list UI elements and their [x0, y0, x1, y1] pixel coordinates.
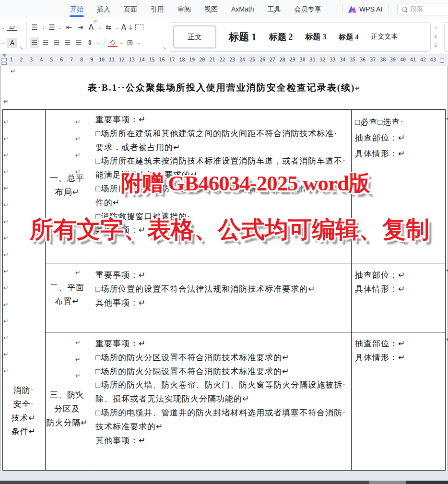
justify-icon[interactable]: ☰ [63, 37, 72, 48]
title-text: 表·B.1··公众聚集场所投入使用营业消防安全检查记录表(续) [88, 83, 355, 93]
wps-ai-button[interactable]: WPS AI [348, 0, 382, 18]
decrease-indent-icon[interactable]: ⇤ [64, 22, 74, 33]
text-frame-icon[interactable] [135, 22, 144, 33]
table-row3-content[interactable]: 重要事项：↵□场所的防火分区设置不符合消防技术标准要求的↵□场所的防火分隔设置不… [95, 337, 346, 448]
tab-home[interactable]: 开始 [63, 0, 90, 18]
bottom-scrollbar[interactable] [0, 481, 448, 484]
borders-icon[interactable]: ⊞ [125, 37, 135, 48]
ruler-number: 17 [167, 56, 177, 64]
ruler-number: 41 [408, 56, 418, 64]
chevron-down-icon[interactable]: ⌄ [96, 37, 101, 48]
table-text-line: □场所的防火分区设置不符合消防技术标准要求的↵ [95, 351, 346, 365]
ruler-number: 34 [338, 56, 348, 64]
table-row2-content[interactable]: 重要事项：↵□场所位置的设置不符合法律法规和消防技术标准要求的↵其他事项：↵ [95, 269, 316, 310]
ruler-number: 11 [106, 56, 117, 64]
align-right-icon[interactable]: ☰ [52, 37, 61, 48]
two-way-arrows-icon[interactable]: ⇆ [104, 22, 113, 33]
first-line-indent-marker[interactable] [1, 54, 7, 57]
ruler-number: 16 [157, 56, 167, 64]
watermark-line-2: 所有文字、表格、公式均可编辑、复制 [30, 214, 429, 246]
table-text-line: □场所的防火墙、防火卷帘、防火门、防火窗等防火分隔设施被拆· [95, 378, 346, 392]
ruler-number: 9 [87, 56, 97, 64]
table-row1-right[interactable]: □必查□选查·抽查部位：↵具体情形：↵ [355, 114, 405, 162]
tab-axmath[interactable]: AxMath [224, 0, 260, 18]
line-spacing-icon[interactable]: ⇕ [85, 37, 94, 48]
table-text-line: □场所所在建筑和其他建筑之间的防火间距不符合消防技术标准· [95, 127, 346, 141]
ruler-number: 36 [358, 56, 368, 64]
bullet-list-icon[interactable]: ☰ [30, 22, 39, 33]
align-center-icon[interactable]: ☰ [41, 37, 50, 48]
chevron-down-icon[interactable]: ⌄ [115, 22, 119, 33]
ruler-number: 5 [47, 56, 57, 64]
chevron-down-icon[interactable]: ⌄ [1, 37, 6, 48]
menubar-separator [342, 4, 343, 14]
gallery-scroll-down-icon[interactable]: ∨ [434, 35, 437, 39]
tab-tools[interactable]: 工具 [260, 0, 287, 18]
gallery-scroll-up-icon[interactable]: ∧ [434, 25, 437, 30]
character-scale-icon[interactable]: A [86, 22, 96, 33]
gallery-more-icon[interactable]: ∨ [434, 44, 437, 48]
tab-page[interactable]: 页面 [117, 0, 144, 18]
paragraph-mark: ↵ [355, 85, 360, 92]
paragraph-mark: ↵ [3, 98, 9, 106]
chevron-down-icon[interactable]: ⌄ [136, 37, 141, 48]
wps-ai-icon [348, 6, 356, 13]
ruler-number: 43 [428, 56, 438, 64]
style-normal[interactable]: 正文 [173, 25, 216, 48]
increase-indent-icon[interactable]: ⇥ [75, 22, 85, 33]
table-text-line: □必查□选查· [355, 114, 405, 130]
chevron-down-icon[interactable]: ⌄ [41, 22, 46, 33]
shading-icon[interactable]: ◇ [108, 39, 118, 47]
chevron-down-icon[interactable]: ⌄ [97, 22, 102, 33]
table-text-line: 一、总平 [46, 172, 89, 186]
table-text-line: □场所位置的设置不符合法律法规和消防技术标准要求的↵ [95, 283, 316, 296]
table-text-line: 分区及 [46, 402, 89, 416]
scrollbar-thumb[interactable] [369, 481, 406, 484]
ruler-number: 2 [16, 56, 26, 64]
table-text-line: 件的↵ [95, 196, 346, 210]
table-vline [351, 109, 352, 471]
toolbar-separator [26, 21, 27, 50]
tab-insert[interactable]: 插入 [90, 0, 117, 18]
table-text-line: 其他事项：↵ [95, 434, 346, 448]
distribute-icon[interactable]: ☰ [74, 37, 83, 48]
chevron-down-icon[interactable]: ⌄ [119, 37, 124, 48]
chevron-down-icon[interactable]: ⌄ [1, 22, 6, 33]
table-text-line: 重要事项：↵ [95, 337, 346, 351]
style-heading-4[interactable]: 标题 4 [339, 33, 358, 42]
chevron-down-icon[interactable]: ⌄ [58, 22, 63, 33]
wps-writer-window: 开始 插入 页面 引用 审阅 视图 AxMath 工具 会员专享 WPS AI … [0, 0, 448, 484]
paragraph-mark: ↵ [11, 68, 16, 75]
table-text-line: 其他事项：↵ [95, 296, 316, 310]
table-row2-right[interactable]: 抽查部位：↵具体情形：↵ [355, 269, 405, 296]
font-color-icon[interactable]: A [7, 38, 17, 48]
style-heading-2[interactable]: 标题 2 [269, 31, 293, 43]
sort-icon[interactable]: A [121, 22, 127, 33]
table-row1-label: 一、总平布局↵ [46, 172, 89, 200]
right-indent-marker[interactable] [440, 58, 444, 63]
tab-reference[interactable]: 引用 [144, 0, 171, 18]
empty-paragraph-marks: ↵↵↵↵ [46, 114, 81, 180]
table-row3-right[interactable]: 抽查部位：↵具体情形：↵ [355, 337, 405, 365]
tab-review[interactable]: 审阅 [171, 0, 198, 18]
search-input[interactable]: 段落 [397, 3, 448, 15]
scrollbar-track-end [406, 481, 448, 484]
align-left-icon[interactable]: ☰ [30, 37, 39, 48]
style-body-text[interactable]: 正文文本 [371, 33, 398, 41]
format-eraser-icon[interactable]: ▱ [7, 24, 17, 31]
tab-view[interactable]: 视图 [198, 0, 224, 18]
ruler-number: 15 [147, 56, 157, 64]
left-indent-marker[interactable] [1, 62, 7, 65]
style-heading-3[interactable]: 标题 3 [305, 32, 326, 42]
dialog-launcher-icon[interactable]: ↘ [162, 45, 166, 50]
hanging-indent-marker[interactable] [1, 58, 7, 61]
tab-membership[interactable]: 会员专享 [287, 0, 328, 18]
style-heading-1[interactable]: 标题 1 [229, 30, 257, 44]
numbered-list-icon[interactable]: ☰ [47, 22, 57, 33]
table-text-line: 防火分隔↵ [46, 416, 89, 430]
empty-paragraph-marks: ↵ [46, 265, 81, 282]
ruler-number: 6 [57, 56, 67, 64]
dialog-launcher-icon[interactable]: ↘ [19, 45, 23, 50]
table-text-line: □场所的电缆井、管道井的防火封堵材料选用或者填塞不符合消防· [95, 406, 346, 420]
ruler-number: 21 [207, 56, 217, 64]
